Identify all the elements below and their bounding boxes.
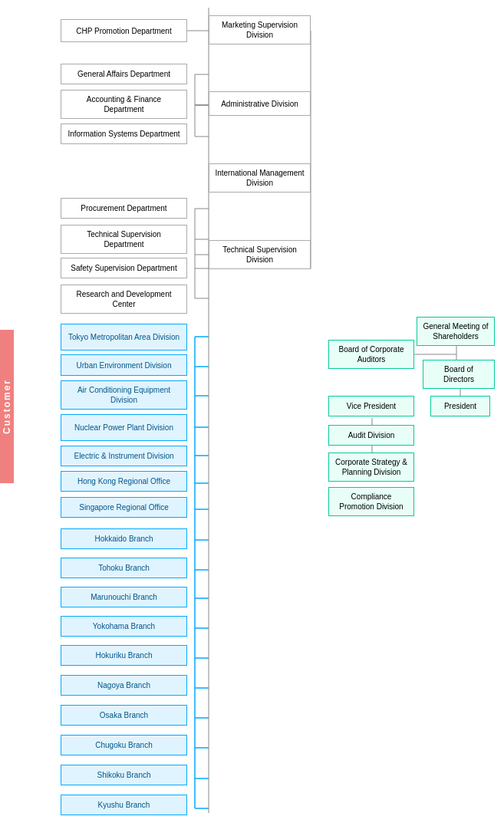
marketing-node[interactable]: Marketing Supervision Division	[209, 15, 311, 44]
general-affairs-node[interactable]: General Affairs Department	[61, 64, 187, 84]
chp-node[interactable]: CHP Promotion Department	[61, 19, 187, 42]
accounting-node[interactable]: Accounting & Finance Department	[61, 90, 187, 119]
rnd-node[interactable]: Research and Development Center	[61, 285, 187, 314]
chugoku-node[interactable]: Chugoku Branch	[61, 735, 187, 755]
hokuriku-node[interactable]: Hokuriku Branch	[61, 645, 187, 666]
admin-node[interactable]: Administrative Division	[209, 91, 311, 116]
electric-node[interactable]: Electric & Instrument Division	[61, 446, 187, 466]
customer-label: Customer	[0, 330, 14, 483]
hokkaido-node[interactable]: Hokkaido Branch	[61, 528, 187, 549]
nagoya-node[interactable]: Nagoya Branch	[61, 675, 187, 696]
nuclear-node[interactable]: Nuclear Power Plant Division	[61, 414, 187, 441]
air-cond-node[interactable]: Air Conditioning Equipment Division	[61, 380, 187, 410]
general-meeting-node[interactable]: General Meeting of Shareholders	[417, 317, 495, 346]
procurement-node[interactable]: Procurement Department	[61, 198, 187, 219]
tech-sup-div-node[interactable]: Technical Supervision Division	[209, 240, 311, 269]
tohoku-node[interactable]: Tohoku Branch	[61, 558, 187, 578]
urban-node[interactable]: Urban Environment Division	[61, 354, 187, 376]
hong-kong-node[interactable]: Hong Kong Regional Office	[61, 471, 187, 492]
osaka-node[interactable]: Osaka Branch	[61, 705, 187, 726]
org-chart: Customer	[0, 0, 504, 15]
yokohama-node[interactable]: Yokohama Branch	[61, 616, 187, 637]
audit-div-node[interactable]: Audit Division	[328, 425, 414, 446]
shikoku-node[interactable]: Shikoku Branch	[61, 765, 187, 785]
marunouchi-node[interactable]: Marunouchi Branch	[61, 587, 187, 607]
tokyo-node[interactable]: Tokyo Metropolitan Area Division	[61, 324, 187, 351]
vice-president-node[interactable]: Vice President	[328, 396, 414, 416]
intl-mgmt-node[interactable]: International Management Division	[209, 163, 311, 193]
safety-sup-node[interactable]: Safety Supervision Department	[61, 258, 187, 278]
board-directors-node[interactable]: Board of Directors	[423, 360, 495, 389]
president-node[interactable]: President	[430, 396, 490, 416]
board-auditors-node[interactable]: Board of Corporate Auditors	[328, 340, 414, 369]
info-sys-node[interactable]: Information Systems Department	[61, 123, 187, 144]
compliance-node[interactable]: Compliance Promotion Division	[328, 487, 414, 516]
tech-sup-dept-node[interactable]: Technical Supervision Department	[61, 225, 187, 254]
singapore-node[interactable]: Singapore Regional Office	[61, 497, 187, 518]
corp-strategy-node[interactable]: Corporate Strategy & Planning Division	[328, 453, 414, 482]
kyushu-node[interactable]: Kyushu Branch	[61, 795, 187, 815]
